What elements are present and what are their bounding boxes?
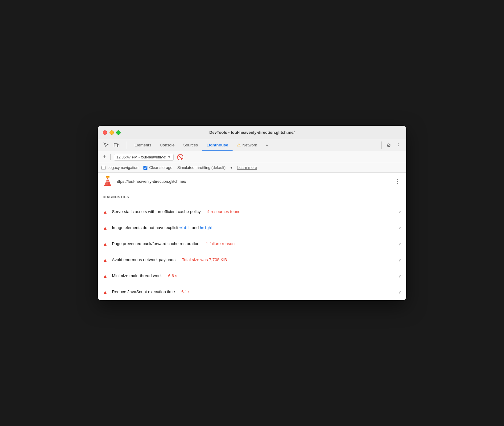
svg-rect-2 — [106, 176, 109, 178]
tab-lighthouse[interactable]: Lighthouse — [202, 139, 233, 151]
expand-chevron-icon-4: ∨ — [398, 258, 401, 262]
expand-chevron-icon-6: ∨ — [398, 290, 401, 294]
audit-detail-payloads: — Total size was 7,708 KiB — [177, 257, 227, 262]
warn-triangle-icon: ▲ — [103, 209, 108, 215]
options-bar: Legacy navigation Clear storage Simulate… — [98, 163, 406, 173]
title-bar: DevTools - foul-heavenly-direction.glitc… — [98, 126, 406, 139]
diagnostics-title: DIAGNOSTICS — [103, 195, 401, 199]
toolbar-separator — [127, 141, 127, 149]
session-dropdown-arrow: ▼ — [168, 155, 171, 159]
throttle-label: Simulated throttling (default) — [177, 166, 225, 170]
audit-url: https://foul-heavenly-direction.glitch.m… — [116, 179, 390, 184]
learn-more-link[interactable]: Learn more — [237, 166, 257, 170]
audit-text-network-payloads: Avoid enormous network payloads — Total … — [112, 257, 394, 263]
audit-text-image-dimensions: Image elements do not have explicit widt… — [112, 225, 394, 231]
audit-detail-main-thread: — 6.6 s — [163, 273, 177, 278]
svg-rect-1 — [118, 144, 119, 147]
audit-detail-bfcache: — 1 failure reason — [200, 241, 234, 246]
audit-text-bfcache: Page prevented back/forward cache restor… — [112, 241, 394, 247]
legacy-nav-checkbox[interactable] — [101, 166, 105, 170]
tab-sources[interactable]: Sources — [179, 139, 202, 151]
main-content: https://foul-heavenly-direction.glitch.m… — [98, 173, 406, 300]
inspect-icon[interactable] — [101, 141, 111, 150]
audit-item-js-execution[interactable]: ▲ Reduce JavaScript execution time — 6.1… — [98, 284, 406, 300]
audit-item-network-payloads[interactable]: ▲ Avoid enormous network payloads — Tota… — [98, 252, 406, 268]
audit-item-bfcache[interactable]: ▲ Page prevented back/forward cache rest… — [98, 236, 406, 252]
add-session-button[interactable]: + — [101, 153, 107, 161]
block-urls-icon[interactable]: 🚫 — [177, 154, 184, 161]
url-bar: https://foul-heavenly-direction.glitch.m… — [98, 173, 406, 190]
session-selector[interactable]: 12:35:47 PM - foul-heavenly-c ▼ — [114, 154, 174, 161]
svg-rect-0 — [114, 143, 117, 147]
warn-triangle-icon-5: ▲ — [103, 273, 108, 279]
svg-rect-7 — [106, 181, 109, 182]
expand-chevron-icon-2: ∨ — [398, 226, 401, 230]
expand-chevron-icon-3: ∨ — [398, 242, 401, 246]
sub-toolbar: + 12:35:47 PM - foul-heavenly-c ▼ 🚫 — [98, 151, 406, 163]
expand-chevron-icon-5: ∨ — [398, 274, 401, 278]
warn-triangle-icon-6: ▲ — [103, 289, 108, 295]
code-width: width — [180, 226, 191, 230]
toolbar-icons — [101, 141, 121, 150]
sub-toolbar-separator — [110, 154, 111, 160]
settings-icon[interactable]: ⚙ — [385, 141, 393, 150]
audit-text-cache-policy: Serve static assets with an efficient ca… — [112, 209, 394, 215]
toolbar-right: ⚙ ⋮ — [385, 141, 403, 150]
audit-detail-cache: — 4 resources found — [202, 209, 241, 214]
svg-rect-5 — [104, 185, 111, 186]
legacy-nav-label[interactable]: Legacy navigation — [101, 166, 138, 170]
devtools-toolbar: Elements Console Sources Lighthouse ⚠ Ne… — [98, 139, 406, 151]
audit-item-image-dimensions[interactable]: ▲ Image elements do not have explicit wi… — [98, 220, 406, 236]
nav-tabs: Elements Console Sources Lighthouse ⚠ Ne… — [130, 139, 378, 151]
warn-triangle-icon-3: ▲ — [103, 241, 108, 247]
device-toggle-icon[interactable] — [112, 141, 121, 150]
clear-storage-checkbox[interactable] — [143, 166, 147, 170]
window-title: DevTools - foul-heavenly-direction.glitc… — [209, 130, 295, 135]
code-height: height — [200, 226, 213, 230]
clear-storage-label[interactable]: Clear storage — [143, 166, 172, 170]
devtools-window: DevTools - foul-heavenly-direction.glitc… — [98, 126, 406, 300]
lighthouse-logo-icon — [103, 176, 113, 186]
url-more-button[interactable]: ⋮ — [393, 177, 401, 186]
audit-detail-js: — 6.1 s — [176, 289, 191, 294]
close-button[interactable] — [103, 130, 107, 135]
audit-text-js-execution: Reduce JavaScript execution time — 6.1 s — [112, 289, 394, 295]
maximize-button[interactable] — [116, 130, 121, 135]
throttle-arrow[interactable]: ▾ — [230, 166, 232, 170]
warn-triangle-icon-4: ▲ — [103, 257, 108, 263]
more-options-icon[interactable]: ⋮ — [394, 141, 403, 150]
minimize-button[interactable] — [109, 130, 114, 135]
toolbar-separator-right — [381, 141, 382, 149]
tab-console[interactable]: Console — [155, 139, 179, 151]
traffic-lights — [103, 130, 121, 135]
expand-chevron-icon: ∨ — [398, 210, 401, 214]
session-time-value: 12:35:47 PM - foul-heavenly-c — [117, 155, 166, 159]
audit-item-cache-policy[interactable]: ▲ Serve static assets with an efficient … — [98, 204, 406, 220]
diagnostics-section: DIAGNOSTICS — [98, 190, 406, 204]
tab-more[interactable]: » — [261, 139, 272, 151]
tab-elements[interactable]: Elements — [130, 139, 155, 151]
warn-triangle-icon-2: ▲ — [103, 225, 108, 231]
audit-item-main-thread[interactable]: ▲ Minimize main-thread work — 6.6 s ∨ — [98, 268, 406, 284]
audit-text-main-thread: Minimize main-thread work — 6.6 s — [112, 273, 394, 279]
network-warning-icon: ⚠ — [237, 142, 241, 147]
svg-rect-6 — [106, 179, 109, 180]
tab-network[interactable]: ⚠ Network — [233, 139, 262, 151]
